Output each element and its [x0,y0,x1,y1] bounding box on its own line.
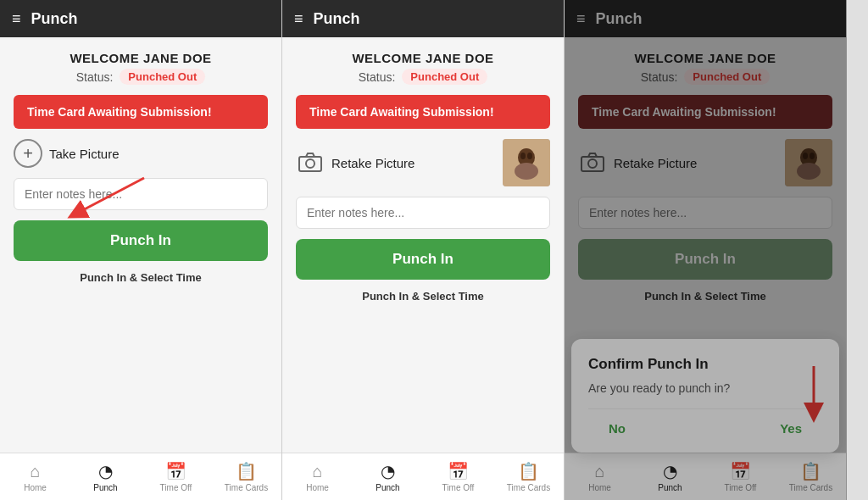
person-photo-2 [503,139,550,186]
svg-point-7 [527,153,532,159]
nav-home-2[interactable]: ⌂ Home [282,453,353,500]
nav-home-label-3: Home [588,483,611,492]
confirm-dialog: Confirm Punch In Are you ready to punch … [571,339,839,453]
timecards-icon-1: 📋 [236,461,257,481]
notes-input-2[interactable] [296,197,550,229]
app-title-1: Punch [31,10,78,28]
main-content-2: WELCOME JANE DOE Status: Punched Out Tim… [282,37,564,453]
dialog-body: Are you ready to punch in? [588,381,822,395]
picture-row-2: Retake Picture [296,139,550,186]
timecards-icon-2: 📋 [518,461,539,481]
welcome-section-1: WELCOME JANE DOE Status: Punched Out [14,51,268,85]
welcome-name-1: WELCOME JANE DOE [14,51,268,65]
nav-timeoff-3[interactable]: 📅 Time Off [705,453,776,500]
nav-punch-3[interactable]: ◔ Punch [635,453,705,500]
nav-timeoff-label-3: Time Off [725,483,757,492]
status-label-1: Status: [76,70,114,84]
nav-timecards-label-1: Time Cards [225,483,268,492]
welcome-section-2: WELCOME JANE DOE Status: Punched Out [296,51,550,85]
nav-punch-1[interactable]: ◔ Punch [70,453,141,500]
top-bar-1: ≡ Punch [0,0,281,37]
nav-timecards-label-3: Time Cards [789,483,832,492]
alert-bar-2[interactable]: Time Card Awaiting Submission! [296,95,550,129]
select-time-label-1: Punch In & Select Time [14,271,268,284]
nav-timeoff-1[interactable]: 📅 Time Off [141,453,211,500]
nav-punch-2[interactable]: ◔ Punch [353,453,423,500]
camera-icon-2 [296,148,325,177]
bottom-nav-2: ⌂ Home ◔ Punch 📅 Time Off 📋 Time Cards [282,453,564,500]
punch-icon-1: ◔ [98,461,113,481]
nav-punch-label-3: Punch [658,483,682,492]
timecards-icon-3: 📋 [800,461,821,481]
home-icon-3: ⌂ [594,462,604,481]
svg-point-2 [306,159,314,168]
status-badge-2: Punched Out [402,69,487,85]
nav-punch-label-2: Punch [376,483,399,492]
nav-timecards-3[interactable]: 📋 Time Cards [776,453,846,500]
retake-picture-label-2: Retake Picture [331,156,415,170]
timeoff-icon-1: 📅 [165,461,186,481]
panel-1: ≡ Punch WELCOME JANE DOE Status: Punched… [0,0,282,500]
nav-timecards-2[interactable]: 📋 Time Cards [493,453,564,500]
home-icon-1: ⌂ [30,462,40,481]
welcome-name-2: WELCOME JANE DOE [296,51,550,65]
take-picture-btn-1[interactable]: + Take Picture [14,139,268,168]
nav-home-label-2: Home [306,483,329,492]
panel-2: ≡ Punch WELCOME JANE DOE Status: Punched… [282,0,565,500]
status-badge-1: Punched Out [120,69,205,85]
photo-thumb-2 [503,139,550,186]
select-time-label-2: Punch In & Select Time [296,290,550,303]
punch-icon-3: ◔ [663,461,677,481]
status-label-2: Status: [359,70,396,84]
dialog-title: Confirm Punch In [588,356,822,373]
dialog-no-btn[interactable]: No [588,416,646,441]
svg-point-6 [520,153,526,159]
status-row-1: Status: Punched Out [14,69,268,85]
dialog-yes-btn[interactable]: Yes [760,416,822,441]
timeoff-icon-3: 📅 [730,461,751,481]
nav-timecards-label-2: Time Cards [507,483,550,492]
svg-point-5 [515,163,538,180]
punch-icon-2: ◔ [381,461,395,481]
home-icon-2: ⌂ [312,462,322,481]
notes-input-1[interactable] [14,178,268,210]
top-bar-2: ≡ Punch [282,0,564,37]
main-content-1: WELCOME JANE DOE Status: Punched Out Tim… [0,37,281,453]
punch-in-btn-2[interactable]: Punch In [296,239,550,280]
plus-icon-1: + [14,139,42,168]
menu-icon-2[interactable]: ≡ [294,10,303,28]
nav-timeoff-label-1: Time Off [160,483,192,492]
panel-3: ≡ Punch WELCOME JANE DOE Status: Punched… [565,0,847,500]
nav-timeoff-2[interactable]: 📅 Time Off [423,453,493,500]
nav-timeoff-label-2: Time Off [442,483,475,492]
nav-home-1[interactable]: ⌂ Home [0,453,70,500]
menu-icon-1[interactable]: ≡ [12,10,21,28]
bottom-nav-3: ⌂ Home ◔ Punch 📅 Time Off 📋 Time Cards [565,453,846,500]
app-title-2: Punch [314,10,360,28]
punch-in-btn-1[interactable]: Punch In [14,220,268,261]
picture-row-1: + Take Picture [14,139,268,168]
nav-home-3[interactable]: ⌂ Home [565,453,635,500]
nav-punch-label-1: Punch [93,483,117,492]
dialog-actions: No Yes [588,408,822,444]
timeoff-icon-2: 📅 [448,461,469,481]
alert-bar-1[interactable]: Time Card Awaiting Submission! [14,95,268,129]
bottom-nav-1: ⌂ Home ◔ Punch 📅 Time Off 📋 Time Cards [0,453,281,500]
nav-home-label-1: Home [24,483,47,492]
status-row-2: Status: Punched Out [296,69,550,85]
retake-picture-btn-2[interactable]: Retake Picture [296,148,492,177]
take-picture-label-1: Take Picture [49,147,120,161]
nav-timecards-1[interactable]: 📋 Time Cards [211,453,281,500]
